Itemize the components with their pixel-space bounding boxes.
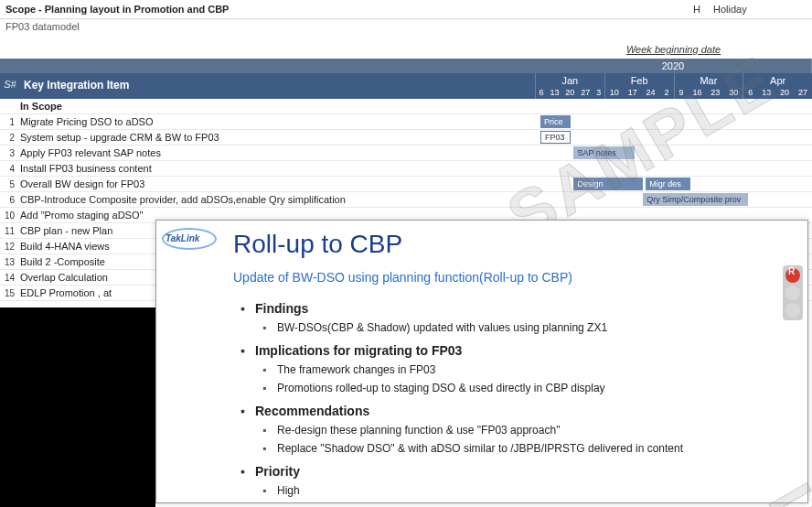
day-number: 27 xyxy=(581,88,590,97)
slide-section-head: Recommendations xyxy=(255,398,793,422)
slide-bullet: Replace "Shadow DSO" & with aDSO similar… xyxy=(277,440,793,458)
gantt-bar[interactable]: Price xyxy=(540,115,571,128)
table-row[interactable]: 1Migrate Pricing DSO to aDSOPrice xyxy=(0,114,812,130)
month-column: Apr6132027 xyxy=(743,73,812,99)
row-sn: 2 xyxy=(0,133,20,143)
traffic-light-widget[interactable]: R xyxy=(783,265,803,320)
day-number: 3 xyxy=(596,88,601,97)
day-number: 10 xyxy=(610,88,619,97)
row-sn: 1 xyxy=(0,117,20,127)
day-number: 6 xyxy=(539,88,543,97)
gantt-bar[interactable]: FP03 xyxy=(540,131,571,144)
header-sn: S# xyxy=(0,73,20,99)
table-row[interactable]: 2System setup - upgrade CRM & BW to FP03… xyxy=(0,130,812,146)
day-number: 6 xyxy=(748,88,753,97)
slide-bullet: The framework changes in FP03 xyxy=(277,361,793,380)
slide-title: Roll-up to CBP xyxy=(233,230,793,259)
traffic-yellow[interactable] xyxy=(785,286,800,300)
table-row[interactable]: 3Apply FP03 relevant SAP notesSAP notes xyxy=(0,146,812,161)
gantt-bar[interactable]: Design xyxy=(573,178,643,190)
row-item: Overall BW design for FP03 xyxy=(20,178,535,189)
day-number: 2 xyxy=(665,88,669,97)
traffic-red[interactable]: R xyxy=(785,268,800,283)
month-column: Mar9162330 xyxy=(674,73,743,99)
header-row: S# Key Integration Item Jan61320273Feb10… xyxy=(0,73,812,99)
gantt-area: SAP notes xyxy=(535,146,812,160)
slide-content-list: FindingsBW-DSOs(CBP & Shadow) updated wi… xyxy=(233,296,793,501)
gantt-area: Qry Simp/Composite prov xyxy=(535,192,812,207)
row-sn: 12 xyxy=(0,242,20,252)
row-sn: 4 xyxy=(0,164,20,174)
sheet-title: Scope - Planning layout in Promotion and… xyxy=(0,0,812,19)
row-sn: 13 xyxy=(0,257,20,267)
month-column: Jan61320273 xyxy=(535,73,604,99)
slide-bullet: Re-design these planning function & use … xyxy=(277,422,793,440)
month-label: Feb xyxy=(605,73,674,88)
day-number: 24 xyxy=(646,88,656,97)
row-item: Migrate Pricing DSO to aDSO xyxy=(20,116,535,127)
day-number: 20 xyxy=(565,88,574,97)
slide-section-head: Priority xyxy=(255,458,793,482)
logo-text: TakLink xyxy=(166,233,199,243)
gantt-bar[interactable]: SAP notes xyxy=(573,146,635,159)
day-number: 27 xyxy=(798,88,807,97)
row-sn: 14 xyxy=(0,273,20,283)
row-sn: 6 xyxy=(0,195,20,205)
day-number: 13 xyxy=(550,88,559,97)
sheet-subtitle: FP03 datamodel xyxy=(0,19,812,38)
slide-section-head: Implications for migrating to FP03 xyxy=(255,338,793,361)
row-sn: 10 xyxy=(0,210,20,221)
gantt-area: DesignMigr des xyxy=(535,177,812,191)
slide-section-head: Findings xyxy=(255,296,793,319)
traffic-green[interactable] xyxy=(785,303,800,318)
month-label: Mar xyxy=(675,73,743,88)
table-row[interactable]: 4Install FP03 business content xyxy=(0,161,812,177)
gantt-area: FP03 xyxy=(535,130,812,145)
week-beginning-label: Week beginning date xyxy=(535,40,812,57)
row-sn: 3 xyxy=(0,148,20,158)
row-item: Apply FP03 relevant SAP notes xyxy=(20,147,535,158)
day-number: 23 xyxy=(710,88,720,97)
slide-bullet: Promotions rolled-up to staging DSO & us… xyxy=(277,380,793,398)
gantt-bar[interactable]: Migr des xyxy=(646,178,689,190)
slide-overlay[interactable]: TakLink Roll-up to CBP Update of BW-DSO … xyxy=(155,220,808,503)
month-label: Jan xyxy=(536,73,604,88)
gantt-area: Price xyxy=(535,114,812,129)
table-row[interactable]: 5Overall BW design for FP03DesignMigr de… xyxy=(0,177,812,192)
traffic-r-label: R xyxy=(788,266,795,276)
black-region xyxy=(0,307,155,507)
holiday-key: H xyxy=(693,4,700,15)
year-label: 2020 xyxy=(535,59,812,73)
slide-subtitle: Update of BW-DSO using planning function… xyxy=(233,270,793,285)
holiday-label: Holiday xyxy=(713,4,747,15)
gantt-bar[interactable]: Qry Simp/Composite prov xyxy=(643,193,748,206)
day-number: 30 xyxy=(729,88,738,97)
row-item: CBP-Introduce Composite provider, add aD… xyxy=(20,194,535,205)
day-number: 20 xyxy=(780,88,789,97)
table-row[interactable]: 6CBP-Introduce Composite provider, add a… xyxy=(0,192,812,208)
gantt-area xyxy=(535,99,812,113)
slide-bullet: BW-DSOs(CBP & Shadow) updated with value… xyxy=(277,319,793,338)
header-item: Key Integration Item xyxy=(20,73,535,99)
row-sn: 15 xyxy=(0,288,20,298)
day-number: 9 xyxy=(678,88,683,97)
row-item: System setup - upgrade CRM & BW to FP03 xyxy=(20,132,535,143)
table-row[interactable]: In Scope xyxy=(0,99,812,114)
day-number: 17 xyxy=(628,88,637,97)
row-sn: 5 xyxy=(0,179,20,189)
day-number: 13 xyxy=(762,88,771,97)
day-number: 16 xyxy=(692,88,701,97)
row-item: In Scope xyxy=(20,101,535,112)
month-label: Apr xyxy=(743,73,812,88)
gantt-area xyxy=(535,161,812,176)
month-column: Feb1017242 xyxy=(604,73,674,99)
row-item: Install FP03 business content xyxy=(20,163,535,174)
row-sn: 11 xyxy=(0,226,20,236)
year-row: 2020 xyxy=(0,59,812,73)
slide-bullet: High xyxy=(277,482,793,501)
